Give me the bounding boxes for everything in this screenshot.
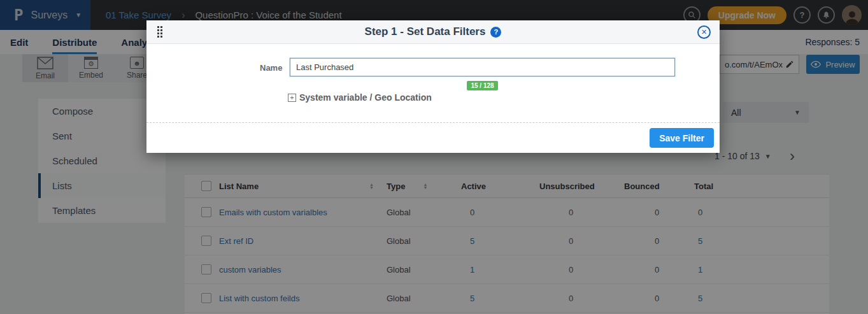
app-window: P Surveys ▼ 01 Take Survey › QuestionPro… (0, 0, 868, 314)
save-filter-button[interactable]: Save Filter (650, 128, 714, 148)
expand-plus-icon: + (288, 94, 296, 102)
drag-handle-icon[interactable] (157, 26, 162, 38)
filter-name-label: Name (260, 63, 282, 73)
modal-footer: Save Filter (146, 122, 720, 153)
close-icon[interactable]: ✕ (697, 25, 711, 39)
modal-body: Name 15 / 128 + System variable / Geo Lo… (146, 44, 720, 122)
set-data-filters-modal: Step 1 - Set Data Filters ? ✕ Name 15 / … (146, 20, 720, 153)
modal-header: Step 1 - Set Data Filters ? ✕ (146, 20, 720, 44)
char-counter-wrap: 15 / 128 (290, 79, 675, 90)
modal-help-icon[interactable]: ? (490, 27, 501, 38)
system-variable-expander[interactable]: + System variable / Geo Location (288, 92, 432, 103)
expander-label: System variable / Geo Location (299, 92, 432, 103)
char-counter-badge: 15 / 128 (467, 81, 497, 90)
modal-title: Step 1 - Set Data Filters (365, 25, 486, 38)
filter-name-input[interactable] (290, 58, 675, 76)
